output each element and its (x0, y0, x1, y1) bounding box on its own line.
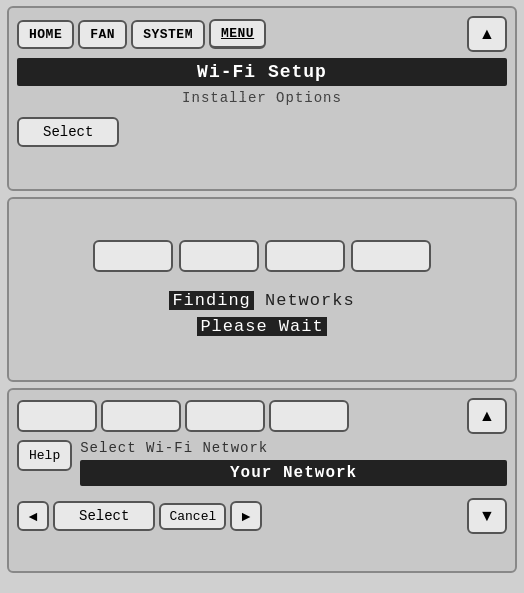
select-wifi-label: Select Wi-Fi Network (80, 440, 507, 456)
finding-line1: Finding Networks (169, 288, 354, 314)
select-button-1[interactable]: Select (17, 117, 119, 147)
panel3-mini-btn-4 (269, 400, 349, 432)
please-wait-label: Please Wait (197, 317, 326, 336)
mini-button-row (93, 240, 431, 272)
cancel-button[interactable]: Cancel (159, 503, 226, 530)
nav-bar: HOME FAN SYSTEM MENU ▲ (17, 16, 507, 52)
system-button[interactable]: SYSTEM (131, 20, 205, 49)
panel3-content: Help Select Wi-Fi Network Your Network (17, 440, 507, 490)
network-info: Select Wi-Fi Network Your Network (80, 440, 507, 490)
home-button[interactable]: HOME (17, 20, 74, 49)
mini-btn-3 (265, 240, 345, 272)
panel3-mini-btn-3 (185, 400, 265, 432)
panel3-arrow-up-button[interactable]: ▲ (467, 398, 507, 434)
panel-finding-networks: Finding Networks Please Wait (7, 197, 517, 382)
mini-btn-4 (351, 240, 431, 272)
select-button-3[interactable]: Select (53, 501, 155, 531)
finding-line2: Please Wait (169, 314, 354, 340)
menu-button[interactable]: MENU (209, 19, 266, 49)
mini-btn-2 (179, 240, 259, 272)
bottom-row: Select (17, 114, 507, 150)
installer-options-label: Installer Options (17, 90, 507, 106)
wifi-setup-label: Wi-Fi Setup (17, 58, 507, 86)
panel3-mini-btn-1 (17, 400, 97, 432)
panel-select-network: ▲ Help Select Wi-Fi Network Your Network… (7, 388, 517, 573)
fan-button[interactable]: FAN (78, 20, 127, 49)
mini-btn-1 (93, 240, 173, 272)
panel3-top-row: ▲ (17, 398, 507, 434)
help-button[interactable]: Help (17, 440, 72, 471)
network-name: Your Network (80, 460, 507, 486)
finding-text: Finding Networks Please Wait (169, 288, 354, 339)
finding-suffix: Networks (254, 291, 355, 310)
panel3-mini-btn-2 (101, 400, 181, 432)
arrow-up-button[interactable]: ▲ (467, 16, 507, 52)
finding-highlight: Finding (169, 291, 253, 310)
left-arrow-button[interactable]: ◄ (17, 501, 49, 531)
panel-wifi-setup: HOME FAN SYSTEM MENU ▲ Wi-Fi Setup Insta… (7, 6, 517, 191)
panel3-arrow-down-button[interactable]: ▼ (467, 498, 507, 534)
right-arrow-button[interactable]: ► (230, 501, 262, 531)
panel3-bottom-row: ◄ Select Cancel ► ▼ (17, 498, 507, 534)
